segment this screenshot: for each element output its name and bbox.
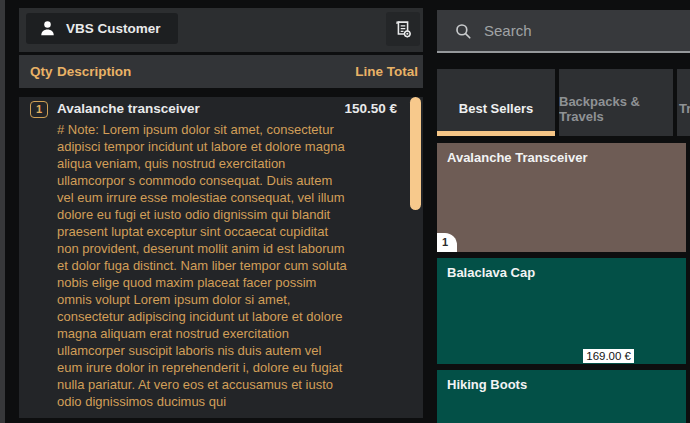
order-columns-header: Qty Description Line Total — [19, 55, 423, 88]
column-qty: Qty — [30, 55, 53, 88]
qty-badge: 1 — [30, 101, 48, 118]
order-line-title: Avalanche transceiver — [57, 101, 200, 116]
column-description: Description — [57, 55, 131, 88]
pos-app: VBS Customer Qty Description Line Total … — [0, 0, 690, 423]
tab-label: Tr — [679, 101, 690, 116]
tab-best-sellers[interactable]: Best Sellers — [437, 69, 555, 136]
search-icon — [454, 22, 472, 40]
tab-label: Backpacks & Travels — [559, 94, 673, 124]
tab-label: Best Sellers — [459, 101, 533, 116]
column-line-total: Line Total — [355, 55, 418, 88]
product-name: Balaclava Cap — [447, 265, 535, 280]
product-tile-avalanche-transceiver[interactable]: Avalanche Transceiver 1 — [437, 143, 686, 252]
order-line-total: 150.50 € — [344, 101, 397, 116]
product-name: Avalanche Transceiver — [447, 150, 587, 165]
customer-button[interactable]: VBS Customer — [26, 13, 178, 44]
tab-backpacks-travels[interactable]: Backpacks & Travels — [559, 69, 673, 136]
product-tile-balaclava-cap[interactable]: Balaclava Cap 169.00 € — [437, 258, 686, 364]
tab-cut-off[interactable]: Tr — [677, 69, 690, 136]
active-tab-indicator — [437, 131, 555, 136]
order-line[interactable]: 1 Avalanche transceiver 150.50 € # Note:… — [19, 97, 423, 418]
person-icon — [39, 20, 56, 37]
product-name: Hiking Boots — [447, 377, 527, 392]
search-input[interactable] — [484, 22, 654, 39]
product-price-tag: 169.00 € — [583, 349, 634, 363]
product-cart-count-badge: 1 — [437, 233, 457, 252]
customer-bar: VBS Customer — [19, 8, 423, 52]
left-edge-panel — [0, 0, 5, 423]
search-bar — [437, 10, 690, 53]
customer-button-label: VBS Customer — [66, 21, 161, 36]
product-tile-hiking-boots[interactable]: Hiking Boots — [437, 370, 686, 423]
order-scrollbar-thumb[interactable] — [410, 97, 421, 210]
order-actions-button[interactable] — [386, 12, 420, 46]
order-line-note: # Note: Lorem ipsum dolor sit amet, cons… — [57, 121, 350, 410]
receipt-gear-icon — [392, 18, 414, 40]
